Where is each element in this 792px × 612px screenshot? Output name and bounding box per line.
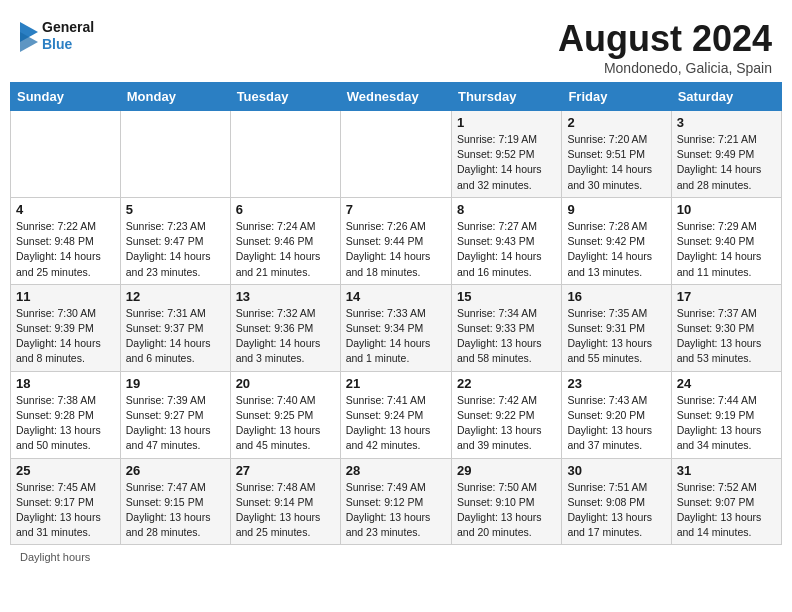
- day-number: 13: [236, 289, 335, 304]
- day-info: Sunrise: 7:27 AM Sunset: 9:43 PM Dayligh…: [457, 219, 556, 280]
- calendar-cell-w3-d7: 17Sunrise: 7:37 AM Sunset: 9:30 PM Dayli…: [671, 284, 781, 371]
- calendar-table: SundayMondayTuesdayWednesdayThursdayFrid…: [10, 82, 782, 545]
- day-info: Sunrise: 7:33 AM Sunset: 9:34 PM Dayligh…: [346, 306, 446, 367]
- week-row-5: 25Sunrise: 7:45 AM Sunset: 9:17 PM Dayli…: [11, 458, 782, 545]
- day-info: Sunrise: 7:50 AM Sunset: 9:10 PM Dayligh…: [457, 480, 556, 541]
- calendar-cell-w4-d3: 20Sunrise: 7:40 AM Sunset: 9:25 PM Dayli…: [230, 371, 340, 458]
- calendar-cell-w1-d7: 3Sunrise: 7:21 AM Sunset: 9:49 PM Daylig…: [671, 111, 781, 198]
- day-number: 6: [236, 202, 335, 217]
- day-info: Sunrise: 7:23 AM Sunset: 9:47 PM Dayligh…: [126, 219, 225, 280]
- week-row-1: 1Sunrise: 7:19 AM Sunset: 9:52 PM Daylig…: [11, 111, 782, 198]
- day-info: Sunrise: 7:41 AM Sunset: 9:24 PM Dayligh…: [346, 393, 446, 454]
- day-number: 2: [567, 115, 665, 130]
- day-info: Sunrise: 7:26 AM Sunset: 9:44 PM Dayligh…: [346, 219, 446, 280]
- logo-general: General: [42, 19, 94, 36]
- day-number: 21: [346, 376, 446, 391]
- calendar-cell-w4-d4: 21Sunrise: 7:41 AM Sunset: 9:24 PM Dayli…: [340, 371, 451, 458]
- day-info: Sunrise: 7:48 AM Sunset: 9:14 PM Dayligh…: [236, 480, 335, 541]
- calendar-cell-w5-d4: 28Sunrise: 7:49 AM Sunset: 9:12 PM Dayli…: [340, 458, 451, 545]
- calendar-cell-w5-d7: 31Sunrise: 7:52 AM Sunset: 9:07 PM Dayli…: [671, 458, 781, 545]
- calendar-cell-w2-d2: 5Sunrise: 7:23 AM Sunset: 9:47 PM Daylig…: [120, 197, 230, 284]
- calendar-cell-w2-d3: 6Sunrise: 7:24 AM Sunset: 9:46 PM Daylig…: [230, 197, 340, 284]
- weekday-header-monday: Monday: [120, 83, 230, 111]
- logo-container: General Blue: [20, 18, 94, 54]
- day-number: 15: [457, 289, 556, 304]
- day-info: Sunrise: 7:28 AM Sunset: 9:42 PM Dayligh…: [567, 219, 665, 280]
- day-number: 8: [457, 202, 556, 217]
- daylight-hours-label: Daylight hours: [20, 551, 90, 563]
- day-number: 3: [677, 115, 776, 130]
- calendar-cell-w5-d5: 29Sunrise: 7:50 AM Sunset: 9:10 PM Dayli…: [451, 458, 561, 545]
- calendar-cell-w4-d7: 24Sunrise: 7:44 AM Sunset: 9:19 PM Dayli…: [671, 371, 781, 458]
- day-number: 28: [346, 463, 446, 478]
- calendar-cell-w2-d1: 4Sunrise: 7:22 AM Sunset: 9:48 PM Daylig…: [11, 197, 121, 284]
- calendar-cell-w5-d6: 30Sunrise: 7:51 AM Sunset: 9:08 PM Dayli…: [562, 458, 671, 545]
- day-info: Sunrise: 7:52 AM Sunset: 9:07 PM Dayligh…: [677, 480, 776, 541]
- week-row-2: 4Sunrise: 7:22 AM Sunset: 9:48 PM Daylig…: [11, 197, 782, 284]
- day-number: 29: [457, 463, 556, 478]
- day-number: 9: [567, 202, 665, 217]
- weekday-header-wednesday: Wednesday: [340, 83, 451, 111]
- weekday-header-thursday: Thursday: [451, 83, 561, 111]
- day-info: Sunrise: 7:35 AM Sunset: 9:31 PM Dayligh…: [567, 306, 665, 367]
- day-number: 10: [677, 202, 776, 217]
- calendar-cell-w1-d1: [11, 111, 121, 198]
- week-row-4: 18Sunrise: 7:38 AM Sunset: 9:28 PM Dayli…: [11, 371, 782, 458]
- day-number: 27: [236, 463, 335, 478]
- day-number: 26: [126, 463, 225, 478]
- day-info: Sunrise: 7:34 AM Sunset: 9:33 PM Dayligh…: [457, 306, 556, 367]
- logo: General Blue: [20, 18, 94, 54]
- day-number: 11: [16, 289, 115, 304]
- day-number: 16: [567, 289, 665, 304]
- calendar-cell-w4-d6: 23Sunrise: 7:43 AM Sunset: 9:20 PM Dayli…: [562, 371, 671, 458]
- day-info: Sunrise: 7:20 AM Sunset: 9:51 PM Dayligh…: [567, 132, 665, 193]
- calendar-cell-w1-d5: 1Sunrise: 7:19 AM Sunset: 9:52 PM Daylig…: [451, 111, 561, 198]
- day-number: 30: [567, 463, 665, 478]
- calendar-cell-w3-d6: 16Sunrise: 7:35 AM Sunset: 9:31 PM Dayli…: [562, 284, 671, 371]
- week-row-3: 11Sunrise: 7:30 AM Sunset: 9:39 PM Dayli…: [11, 284, 782, 371]
- calendar-cell-w2-d7: 10Sunrise: 7:29 AM Sunset: 9:40 PM Dayli…: [671, 197, 781, 284]
- day-info: Sunrise: 7:19 AM Sunset: 9:52 PM Dayligh…: [457, 132, 556, 193]
- day-number: 20: [236, 376, 335, 391]
- weekday-header-sunday: Sunday: [11, 83, 121, 111]
- day-number: 18: [16, 376, 115, 391]
- day-info: Sunrise: 7:32 AM Sunset: 9:36 PM Dayligh…: [236, 306, 335, 367]
- day-info: Sunrise: 7:21 AM Sunset: 9:49 PM Dayligh…: [677, 132, 776, 193]
- calendar-cell-w1-d4: [340, 111, 451, 198]
- day-number: 12: [126, 289, 225, 304]
- day-number: 25: [16, 463, 115, 478]
- day-number: 22: [457, 376, 556, 391]
- day-info: Sunrise: 7:31 AM Sunset: 9:37 PM Dayligh…: [126, 306, 225, 367]
- weekday-header-row: SundayMondayTuesdayWednesdayThursdayFrid…: [11, 83, 782, 111]
- month-year: August 2024: [558, 18, 772, 60]
- calendar-cell-w3-d5: 15Sunrise: 7:34 AM Sunset: 9:33 PM Dayli…: [451, 284, 561, 371]
- day-info: Sunrise: 7:45 AM Sunset: 9:17 PM Dayligh…: [16, 480, 115, 541]
- day-number: 5: [126, 202, 225, 217]
- calendar-cell-w3-d3: 13Sunrise: 7:32 AM Sunset: 9:36 PM Dayli…: [230, 284, 340, 371]
- calendar-cell-w3-d1: 11Sunrise: 7:30 AM Sunset: 9:39 PM Dayli…: [11, 284, 121, 371]
- title-area: August 2024 Mondonedo, Galicia, Spain: [558, 18, 772, 76]
- logo-triangle-icon: [20, 18, 38, 54]
- calendar-cell-w2-d5: 8Sunrise: 7:27 AM Sunset: 9:43 PM Daylig…: [451, 197, 561, 284]
- day-number: 24: [677, 376, 776, 391]
- calendar-cell-w3-d4: 14Sunrise: 7:33 AM Sunset: 9:34 PM Dayli…: [340, 284, 451, 371]
- day-info: Sunrise: 7:30 AM Sunset: 9:39 PM Dayligh…: [16, 306, 115, 367]
- calendar-cell-w5-d1: 25Sunrise: 7:45 AM Sunset: 9:17 PM Dayli…: [11, 458, 121, 545]
- day-number: 4: [16, 202, 115, 217]
- calendar-cell-w4-d2: 19Sunrise: 7:39 AM Sunset: 9:27 PM Dayli…: [120, 371, 230, 458]
- day-number: 31: [677, 463, 776, 478]
- day-info: Sunrise: 7:39 AM Sunset: 9:27 PM Dayligh…: [126, 393, 225, 454]
- calendar-cell-w1-d3: [230, 111, 340, 198]
- day-info: Sunrise: 7:42 AM Sunset: 9:22 PM Dayligh…: [457, 393, 556, 454]
- weekday-header-tuesday: Tuesday: [230, 83, 340, 111]
- day-number: 1: [457, 115, 556, 130]
- day-number: 17: [677, 289, 776, 304]
- day-info: Sunrise: 7:38 AM Sunset: 9:28 PM Dayligh…: [16, 393, 115, 454]
- day-info: Sunrise: 7:43 AM Sunset: 9:20 PM Dayligh…: [567, 393, 665, 454]
- day-info: Sunrise: 7:22 AM Sunset: 9:48 PM Dayligh…: [16, 219, 115, 280]
- header: General Blue August 2024 Mondonedo, Gali…: [10, 10, 782, 82]
- calendar-cell-w5-d3: 27Sunrise: 7:48 AM Sunset: 9:14 PM Dayli…: [230, 458, 340, 545]
- day-number: 19: [126, 376, 225, 391]
- day-info: Sunrise: 7:49 AM Sunset: 9:12 PM Dayligh…: [346, 480, 446, 541]
- calendar-cell-w1-d2: [120, 111, 230, 198]
